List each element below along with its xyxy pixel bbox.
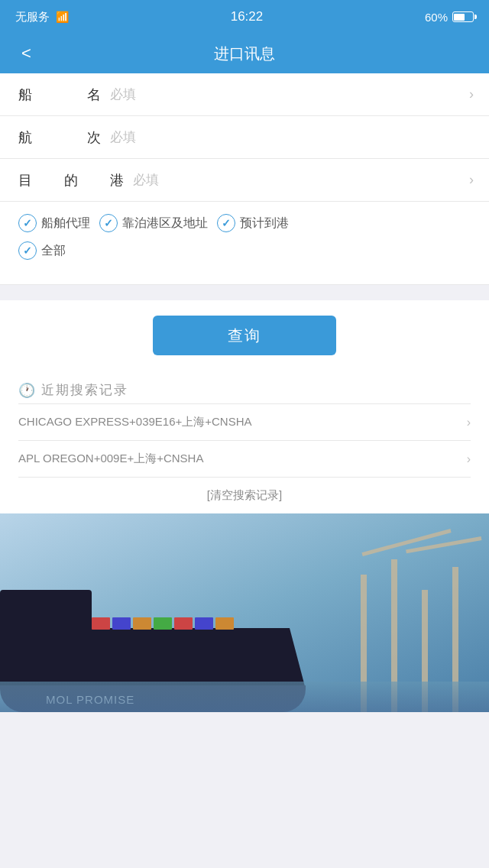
battery-icon	[452, 11, 474, 22]
checkbox-berth-label: 靠泊港区及地址	[122, 215, 208, 232]
ship-name-row[interactable]: 船 名 必填 ›	[0, 73, 489, 116]
recent-icon: 🕐	[18, 382, 35, 399]
checkbox-agency-circle	[18, 214, 37, 232]
container-1	[92, 617, 110, 630]
checkbox-berth-circle	[99, 214, 118, 232]
status-left: 无服务 📶	[15, 10, 69, 24]
back-button[interactable]: <	[15, 40, 37, 66]
checkbox-eta-label: 预计到港	[240, 215, 289, 232]
checkbox-all[interactable]: 全部	[18, 241, 66, 260]
voyage-no-placeholder: 必填	[110, 128, 136, 146]
query-button[interactable]: 查询	[153, 316, 336, 355]
voyage-no-row[interactable]: 航 次 必填	[0, 116, 489, 159]
checkbox-agency-label: 船舶代理	[41, 215, 90, 232]
container-4	[154, 617, 172, 630]
page-title: 进口讯息	[214, 44, 275, 64]
recent-title: 近期搜索记录	[41, 381, 128, 399]
checkbox-agency[interactable]: 船舶代理	[18, 214, 90, 232]
recent-item-2-arrow: ›	[467, 452, 471, 466]
checkbox-all-circle	[18, 241, 37, 260]
recent-item-2[interactable]: APL OREGON+009E+上海+CNSHA ›	[18, 440, 471, 477]
ship-name-arrow: ›	[469, 86, 474, 102]
clear-search-label: [清空搜索记录]	[207, 488, 282, 503]
ship-superstructure	[0, 590, 92, 636]
recent-item-1-arrow: ›	[467, 416, 471, 429]
status-bar: 无服务 📶 16:22 60%	[0, 0, 489, 34]
status-right: 60%	[425, 11, 474, 24]
carrier-label: 无服务	[15, 10, 50, 24]
recent-item-2-text: APL OREGON+009E+上海+CNSHA	[18, 452, 203, 466]
checkbox-eta-circle	[217, 214, 235, 232]
checkbox-row-2: 全部	[18, 241, 471, 260]
ship-name-input-area[interactable]: 必填	[110, 86, 471, 103]
water-reflection	[0, 682, 489, 712]
container-3	[133, 617, 151, 630]
query-section: 查询	[0, 300, 489, 371]
container-5	[174, 617, 193, 630]
destination-port-arrow: ›	[469, 172, 474, 188]
ship-body	[0, 628, 306, 689]
nav-bar: < 进口讯息	[0, 34, 489, 73]
recent-section: 🕐 近期搜索记录 CHICAGO EXPRESS+039E16+上海+CNSHA…	[0, 371, 489, 513]
voyage-no-label: 航 次	[18, 128, 110, 147]
checkbox-eta[interactable]: 预计到港	[217, 214, 289, 232]
destination-port-placeholder: 必填	[133, 171, 159, 189]
wifi-icon: 📶	[56, 11, 69, 23]
ship-containers	[92, 617, 234, 630]
section-gap-1	[0, 285, 489, 300]
container-2	[112, 617, 131, 630]
recent-header: 🕐 近期搜索记录	[18, 381, 471, 399]
battery-percent: 60%	[425, 11, 448, 24]
checkbox-area: 船舶代理 靠泊港区及地址 预计到港 全部	[0, 202, 489, 285]
status-time: 16:22	[231, 9, 264, 24]
destination-port-input-area[interactable]: 必填	[133, 171, 471, 189]
bottom-ship-image: MOL PROMISE	[0, 513, 489, 712]
recent-item-1-text: CHICAGO EXPRESS+039E16+上海+CNSHA	[18, 415, 252, 429]
clear-search-button[interactable]: [清空搜索记录]	[18, 477, 471, 513]
container-7	[215, 617, 234, 630]
recent-item-1[interactable]: CHICAGO EXPRESS+039E16+上海+CNSHA ›	[18, 403, 471, 440]
checkbox-all-label: 全部	[41, 243, 66, 259]
destination-port-label: 目 的 港	[18, 171, 133, 189]
checkbox-berth[interactable]: 靠泊港区及地址	[99, 214, 208, 232]
voyage-no-input-area[interactable]: 必填	[110, 128, 471, 146]
ship-name-placeholder: 必填	[110, 86, 136, 103]
container-6	[195, 617, 213, 630]
checkbox-row-1: 船舶代理 靠泊港区及地址 预计到港	[18, 214, 471, 232]
ship-name-label: 船 名	[18, 86, 110, 104]
form-area: 船 名 必填 › 航 次 必填 目 的 港 必填 › 船舶代理 靠泊港区及地址	[0, 73, 489, 285]
destination-port-row[interactable]: 目 的 港 必填 ›	[0, 159, 489, 202]
